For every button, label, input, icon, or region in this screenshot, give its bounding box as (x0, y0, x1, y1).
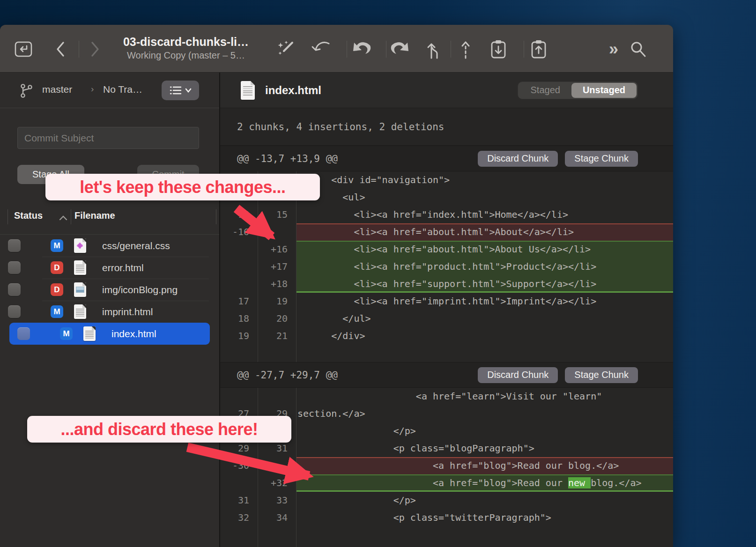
toolbar-separator (524, 41, 524, 58)
new-line-number (258, 526, 296, 547)
repo-icon[interactable] (13, 39, 34, 59)
css-file-glyph (78, 244, 82, 248)
html-file-glyph (76, 265, 84, 273)
toolbar-separator (79, 41, 79, 58)
file-row[interactable]: Mcss/general.css (0, 235, 219, 257)
diff-row[interactable]: 3234 <p class="twitterParagraph"> (220, 509, 673, 526)
diff-row[interactable]: 1820 </ul> (220, 310, 673, 327)
chunk-buttons: Discard ChunkStage Chunk (478, 151, 638, 167)
new-line-number: 34 (258, 509, 296, 526)
file-checkbox[interactable] (8, 261, 21, 274)
discard-arrow-icon[interactable] (311, 39, 332, 59)
status-badge: D (51, 283, 63, 296)
rebase-arrow-icon[interactable] (455, 39, 476, 59)
old-line-number: 19 (220, 327, 258, 345)
column-header-status[interactable]: Status (14, 210, 43, 221)
code-text: <li><a href="about.html">About Us</a></l… (296, 241, 673, 258)
old-line-number (220, 388, 258, 405)
commit-subject-input[interactable] (17, 127, 199, 149)
status-badge: M (51, 305, 63, 318)
diff-row[interactable]: 1719 <li><a href="imprint.html">Imprint<… (220, 293, 673, 310)
column-header-filename[interactable]: Filename (74, 210, 115, 221)
diff-row[interactable] (220, 345, 673, 362)
overflow-chevrons-icon[interactable]: » (603, 39, 624, 59)
code-text: <a href="blog">Read our blog.</a> (296, 457, 673, 474)
code-text: <p class="blogParagraph"> (296, 440, 673, 457)
toolbar-separator (451, 41, 451, 58)
file-row[interactable]: Derror.html (0, 257, 219, 279)
diff-row[interactable]: 3133 </p> (220, 492, 673, 509)
new-line-number: 21 (258, 327, 296, 345)
code-text: section.</a> (296, 405, 673, 422)
document-icon (241, 81, 255, 100)
code-text: <li><a href="support.html">Support</a></… (296, 275, 673, 293)
new-line-number: 33 (258, 492, 296, 509)
tab-staged[interactable]: Staged (519, 83, 571, 98)
new-line-number: 19 (258, 293, 296, 310)
search-icon[interactable] (628, 39, 648, 59)
old-line-number: 17 (220, 293, 258, 310)
discard-chunk-button[interactable]: Discard Chunk (478, 151, 558, 167)
code-text: <ul> (296, 189, 673, 206)
old-line-number (220, 275, 258, 293)
file-name: index.html (111, 328, 156, 340)
annotation-arrow-keep (206, 199, 309, 260)
file-checkbox[interactable] (17, 327, 30, 340)
code-text: <div id="navigation"> (296, 171, 673, 189)
code-text: <li><a href="imprint.html">Imprint</a></… (296, 293, 673, 310)
stash-save-icon[interactable] (488, 39, 509, 59)
stage-chunk-button[interactable]: Stage Chunk (565, 151, 638, 167)
branch-bar[interactable]: master › No Tra… (0, 73, 219, 108)
file-row[interactable]: Mimprint.html (0, 301, 219, 323)
code-segment: blog.</a> (591, 477, 641, 488)
forward-icon[interactable] (84, 39, 105, 59)
file-row[interactable]: Mindex.html (9, 323, 210, 345)
redo-arrow-icon[interactable] (390, 39, 410, 59)
new-line-number: +17 (258, 258, 296, 275)
file-name: error.html (102, 262, 144, 274)
file-checkbox[interactable] (8, 305, 21, 318)
undo-arrow-icon[interactable] (351, 39, 372, 59)
chevron-down-icon (185, 88, 192, 93)
new-line-number (258, 345, 296, 362)
discard-chunk-button[interactable]: Discard Chunk (478, 367, 558, 383)
file-row[interactable]: Dimg/iconBlog.png (0, 279, 219, 301)
branch-tracking[interactable]: No Tra… (103, 84, 142, 95)
back-icon[interactable] (51, 39, 71, 59)
git-branch-icon (19, 83, 34, 101)
tab-unstaged[interactable]: Unstaged (571, 83, 637, 98)
diff-row[interactable]: 1921 </div> (220, 327, 673, 345)
diff-row[interactable]: +17 <li><a href="product.html">Product</… (220, 258, 673, 275)
breadcrumb-chevron: › (91, 84, 94, 94)
old-line-number (220, 345, 258, 362)
chunk-range: @@ -13,7 +13,9 @@ (237, 153, 338, 164)
sort-ascending-icon[interactable] (59, 214, 67, 222)
file-table-header: Status Filename (0, 207, 219, 226)
old-line-number: 31 (220, 492, 258, 509)
new-line-number: +18 (258, 275, 296, 293)
merge-icon[interactable] (424, 39, 445, 59)
wand-icon[interactable] (275, 39, 296, 59)
annotation-keep-changes: let's keep these changes... (45, 174, 320, 200)
diff-summary: 2 chunks, 4 insertions, 2 deletions (237, 121, 445, 133)
file-name: img/iconBlog.png (102, 284, 178, 296)
toolbar-separator (386, 41, 386, 58)
file-icon (74, 282, 86, 297)
diff-row[interactable]: +18 <li><a href="support.html">Support</… (220, 275, 673, 293)
staged-unstaged-toggle: Staged Unstaged (518, 81, 638, 99)
file-list: Mcss/general.cssDerror.htmlDimg/iconBlog… (0, 235, 219, 345)
view-mode-button[interactable] (162, 81, 199, 100)
new-line-number: 20 (258, 310, 296, 327)
file-checkbox[interactable] (8, 239, 21, 252)
code-text (296, 345, 673, 362)
stash-apply-icon[interactable] (528, 39, 549, 59)
file-icon (74, 304, 86, 319)
chunk-range: @@ -27,7 +29,7 @@ (237, 370, 338, 381)
window-title: 03-discard-chunks-li… (109, 35, 263, 49)
diff-row[interactable]: <a href="learn">Visit our "learn" (220, 388, 673, 405)
branch-name[interactable]: master (42, 84, 72, 95)
code-text: <li><a href="index.html">Home</a></li> (296, 206, 673, 223)
file-checkbox[interactable] (8, 283, 21, 296)
stage-chunk-button[interactable]: Stage Chunk (565, 367, 638, 383)
html-file-glyph (85, 331, 94, 339)
